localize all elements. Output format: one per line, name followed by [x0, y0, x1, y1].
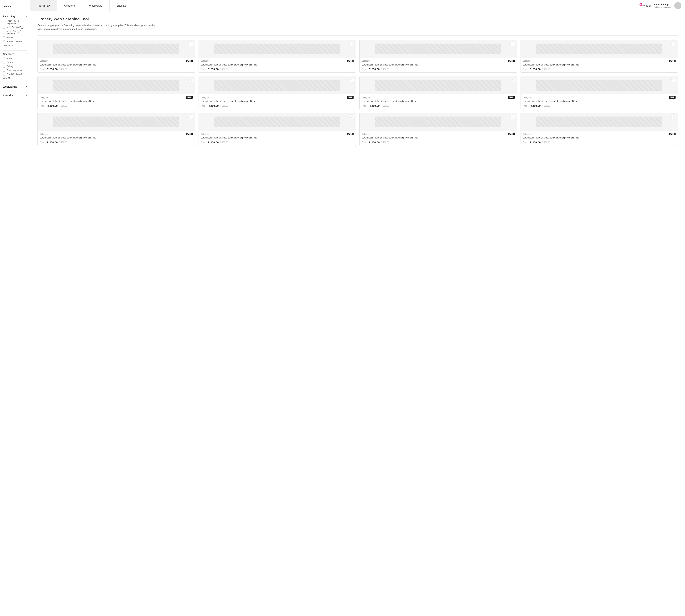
sidebar-section-header-2[interactable]: Woolworths▾: [3, 85, 27, 88]
sidebar-item-label-0-3: Bakery: [7, 37, 14, 39]
product-title-4: Lorem ipsum dolor sit amet, consetetur s…: [40, 100, 193, 103]
sidebar-item-label-0-1: Milk, Dairy & Eggs: [7, 26, 24, 28]
header-right: ♡ 16 Whislist Hello, Katlego Katlego@gma…: [635, 2, 685, 9]
nav-item-shoprite[interactable]: Shoprite: [109, 0, 133, 12]
sidebar-divider-2: [3, 92, 27, 92]
product-card-8: ♡ Category SALE Lorem ipsum dolor sit am…: [38, 113, 195, 146]
sidebar-checkbox-1-2[interactable]: [3, 65, 5, 68]
sidebar-item-1-0[interactable]: Food: [3, 57, 27, 60]
wishlist-button[interactable]: ♡ 16 Whislist: [639, 4, 651, 7]
sidebar-item-0-3[interactable]: Bakery: [3, 37, 27, 39]
product-category-row-7: Category SALE: [523, 96, 676, 99]
sidebar-item-1-4[interactable]: Food Cupboard: [3, 73, 27, 75]
price-current-4: R 250.00: [47, 104, 58, 107]
price-label-8: Price :: [40, 141, 45, 143]
price-original-8: R 250.00: [59, 141, 67, 143]
sidebar-item-label-1-2: Bakery: [7, 65, 14, 68]
sidebar-checkbox-0-3[interactable]: [3, 37, 5, 39]
product-wishlist-btn-4[interactable]: ♡: [188, 78, 193, 83]
product-title-6: Lorem ipsum dolor sit amet, consetetur s…: [362, 100, 515, 103]
product-card-6: ♡ Category SALE Lorem ipsum dolor sit am…: [360, 76, 517, 109]
product-price-row-10: Price : R 250.00 R 250.00: [362, 141, 515, 144]
sidebar-section-header-0[interactable]: Pick n Pay▾: [3, 15, 27, 18]
product-card-11: ♡ Category SALE Lorem ipsum dolor sit am…: [521, 113, 678, 146]
price-label-5: Price :: [201, 105, 206, 107]
product-card-4: ♡ Category SALE Lorem ipsum dolor sit am…: [38, 76, 195, 109]
product-image-11: [536, 116, 662, 127]
product-image-wrap-3: ♡: [521, 40, 678, 58]
view-more-1[interactable]: View More: [3, 77, 27, 80]
product-wishlist-btn-10[interactable]: ♡: [510, 114, 515, 119]
sidebar-item-label-0-0: Fresh Fruit & Vegetables: [7, 20, 27, 25]
product-wishlist-btn-5[interactable]: ♡: [349, 78, 354, 83]
product-image-9: [214, 116, 340, 127]
sale-badge-8: SALE: [186, 133, 193, 135]
sidebar-item-0-1[interactable]: Milk, Dairy & Eggs: [3, 26, 27, 28]
sidebar-section-label-0: Pick n Pay: [3, 15, 15, 18]
product-wishlist-btn-7[interactable]: ♡: [671, 78, 676, 83]
product-wishlist-btn-1[interactable]: ♡: [349, 41, 354, 46]
product-category-row-11: Category SALE: [523, 133, 676, 135]
product-title-8: Lorem ipsum dolor sit amet, consetetur s…: [40, 136, 193, 139]
price-label-10: Price :: [362, 141, 367, 143]
product-wishlist-btn-11[interactable]: ♡: [671, 114, 676, 119]
product-image-0: [53, 44, 179, 54]
product-image-wrap-0: ♡: [38, 40, 195, 58]
chevron-down-icon: ▾: [26, 94, 27, 97]
layout: Pick n Pay▾Fresh Fruit & VegetablesMilk,…: [0, 12, 685, 616]
product-image-4: [53, 80, 179, 91]
sidebar-checkbox-1-1[interactable]: [3, 61, 5, 64]
sale-badge-6: SALE: [508, 96, 515, 99]
price-label-3: Price :: [523, 68, 528, 70]
sidebar-checkbox-1-0[interactable]: [3, 57, 5, 60]
sale-badge-7: SALE: [668, 96, 676, 99]
user-info: Hello, Katlego Katlego@gmail.com: [654, 3, 671, 8]
product-wishlist-btn-3[interactable]: ♡: [671, 41, 676, 46]
product-image-1: [214, 44, 340, 54]
sidebar-section-header-1[interactable]: Checkers▾: [3, 53, 27, 56]
product-info-8: Category SALE Lorem ipsum dolor sit amet…: [38, 131, 195, 146]
price-original-1: R 250.00: [220, 68, 228, 70]
sidebar: Pick n Pay▾Fresh Fruit & VegetablesMilk,…: [0, 12, 30, 616]
product-title-5: Lorem ipsum dolor sit amet, consetetur s…: [201, 100, 354, 103]
product-image-7: [536, 80, 662, 91]
product-image-wrap-4: ♡: [38, 76, 195, 94]
product-category-1: Category: [201, 60, 209, 62]
sidebar-checkbox-0-1[interactable]: [3, 26, 5, 28]
chevron-down-icon: ▾: [26, 86, 27, 88]
product-wishlist-btn-0[interactable]: ♡: [188, 41, 193, 46]
product-wishlist-btn-2[interactable]: ♡: [510, 41, 515, 46]
price-current-5: R 250.00: [208, 104, 219, 107]
sidebar-item-0-2[interactable]: Meat, Poultry & Seafood: [3, 30, 27, 35]
price-current-2: R 250.00: [369, 68, 380, 71]
price-current-11: R 250.00: [530, 141, 541, 144]
sidebar-item-1-2[interactable]: Bakery: [3, 65, 27, 68]
sidebar-checkbox-1-4[interactable]: [3, 73, 5, 75]
nav-item-woolworths[interactable]: Woolworths: [82, 0, 110, 12]
sidebar-item-1-3[interactable]: Fresh Vegetables: [3, 69, 27, 71]
product-image-6: [375, 80, 501, 91]
price-label-1: Price :: [201, 68, 206, 70]
product-wishlist-btn-8[interactable]: ♡: [188, 114, 193, 119]
product-category-9: Category: [201, 133, 209, 135]
user-avatar[interactable]: [674, 2, 681, 9]
sidebar-checkbox-0-4[interactable]: [3, 40, 5, 43]
sidebar-item-1-1[interactable]: Drinks: [3, 61, 27, 64]
sidebar-item-0-0[interactable]: Fresh Fruit & Vegetables: [3, 20, 27, 25]
product-image-10: [375, 116, 501, 127]
sidebar-checkbox-1-3[interactable]: [3, 69, 5, 71]
sidebar-checkbox-0-0[interactable]: [3, 21, 5, 23]
sidebar-item-label-1-3: Fresh Vegetables: [7, 69, 23, 71]
price-current-1: R 250.00: [208, 68, 219, 71]
divider: [38, 35, 678, 36]
price-label-4: Price :: [40, 105, 45, 107]
nav-item-picknpay[interactable]: Pick' n Pay: [30, 0, 57, 12]
sidebar-checkbox-0-2[interactable]: [3, 31, 5, 34]
sidebar-item-0-4[interactable]: Food Cupboard: [3, 40, 27, 43]
product-category-4: Category: [40, 96, 48, 98]
view-more-0[interactable]: View More: [3, 44, 27, 47]
nav-item-checkers[interactable]: Checkers: [57, 0, 82, 12]
product-wishlist-btn-6[interactable]: ♡: [510, 78, 515, 83]
product-wishlist-btn-9[interactable]: ♡: [349, 114, 354, 119]
sidebar-section-header-3[interactable]: Shoprite▾: [3, 94, 27, 97]
